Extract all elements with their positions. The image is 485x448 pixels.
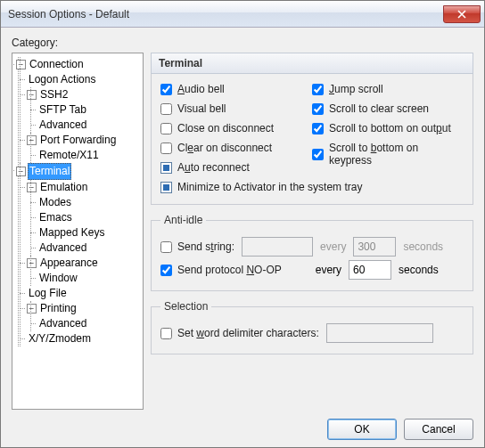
tree-logon-actions[interactable]: Logon Actions: [27, 72, 97, 87]
client-area: Category: −Connection Logon Actions −SSH…: [1, 28, 484, 447]
cancel-button[interactable]: Cancel: [404, 419, 473, 440]
tree-port-forwarding[interactable]: Port Forwarding: [38, 133, 118, 148]
seconds-label-2: seconds: [399, 264, 439, 276]
window-title: Session Options - Default: [8, 8, 443, 20]
every-label-1: every: [320, 240, 346, 253]
tree-toggle-ssh2[interactable]: −: [27, 90, 37, 100]
tree-toggle-emulation[interactable]: −: [27, 183, 37, 192]
send-string-input[interactable]: [242, 237, 313, 257]
tree-appearance[interactable]: Appearance: [38, 256, 100, 271]
panel-title: Terminal: [151, 53, 473, 74]
tree-advanced-ssh2[interactable]: Advanced: [37, 118, 88, 133]
category-tree[interactable]: −Connection Logon Actions −SSH2 SFTP Tab…: [12, 53, 144, 410]
minimize-tray-checkbox[interactable]: Minimize to Activator in the system tray: [160, 181, 464, 193]
tree-toggle-terminal[interactable]: −: [16, 167, 26, 176]
tree-modes[interactable]: Modes: [37, 195, 73, 210]
tree-toggle-printing[interactable]: −: [27, 304, 37, 314]
dialog-footer: OK Cancel: [12, 410, 473, 440]
tree-toggle-portfwd[interactable]: −: [27, 135, 37, 145]
every-label-2: every: [316, 264, 341, 276]
tree-window[interactable]: Window: [37, 271, 79, 286]
category-label: Category:: [12, 37, 473, 49]
tree-printing[interactable]: Printing: [38, 301, 78, 316]
terminal-options-group: Audio bell Visual bell Close on disconne…: [151, 74, 473, 205]
word-delimiter-input[interactable]: [326, 323, 433, 343]
scroll-clear-checkbox[interactable]: Scroll to clear screen: [312, 102, 464, 115]
tree-emacs[interactable]: Emacs: [37, 210, 74, 225]
settings-panel: Terminal Audio bell Visual bell Close on…: [151, 53, 473, 410]
anti-idle-legend: Anti-idle: [160, 214, 206, 226]
tree-xyzmodem[interactable]: X/Y/Zmodem: [27, 331, 93, 346]
tree-remote-x11[interactable]: Remote/X11: [37, 148, 101, 163]
tree-connection[interactable]: Connection: [28, 57, 86, 72]
close-on-disconnect-checkbox[interactable]: Close on disconnect: [160, 122, 312, 134]
tree-toggle-connection[interactable]: −: [16, 60, 26, 69]
tree-emulation[interactable]: Emulation: [38, 180, 89, 195]
scroll-keypress-checkbox[interactable]: Scroll to bottom on keypress: [312, 142, 464, 167]
seconds-label-1: seconds: [403, 240, 443, 253]
audio-bell-checkbox[interactable]: Audio bell: [160, 83, 312, 95]
anti-idle-group: Anti-idle Send string: every seconds Sen…: [151, 214, 473, 291]
scroll-output-checkbox[interactable]: Scroll to bottom on output: [312, 122, 464, 134]
tree-advanced-print[interactable]: Advanced: [37, 316, 88, 331]
tree-toggle-appearance[interactable]: −: [27, 258, 37, 268]
visual-bell-checkbox[interactable]: Visual bell: [160, 102, 312, 115]
send-string-checkbox[interactable]: Send string:: [160, 240, 234, 253]
close-icon: [457, 10, 466, 19]
selection-group: Selection Set word delimiter characters:: [151, 300, 473, 354]
noop-interval-input[interactable]: [349, 260, 391, 280]
tree-log-file[interactable]: Log File: [27, 286, 69, 301]
clear-on-disconnect-checkbox[interactable]: Clear on disconnect: [160, 142, 312, 154]
tree-terminal[interactable]: Terminal: [28, 163, 71, 180]
session-options-dialog: Session Options - Default Category: −Con…: [0, 0, 485, 448]
send-noop-checkbox[interactable]: Send protocol NO-OP: [160, 264, 282, 276]
ok-button[interactable]: OK: [327, 419, 397, 440]
tree-ssh2[interactable]: SSH2: [38, 87, 70, 102]
tree-mapped-keys[interactable]: Mapped Keys: [37, 225, 106, 240]
auto-reconnect-checkbox[interactable]: Auto reconnect: [160, 161, 312, 174]
jump-scroll-checkbox[interactable]: Jump scroll: [312, 83, 464, 95]
word-delimiter-checkbox[interactable]: Set word delimiter characters:: [160, 327, 319, 339]
string-interval-input[interactable]: [353, 237, 396, 257]
titlebar[interactable]: Session Options - Default: [1, 1, 484, 28]
close-button[interactable]: [443, 5, 481, 23]
selection-legend: Selection: [160, 300, 211, 313]
tree-sftp-tab[interactable]: SFTP Tab: [37, 102, 88, 118]
tree-advanced-emu[interactable]: Advanced: [37, 240, 88, 256]
